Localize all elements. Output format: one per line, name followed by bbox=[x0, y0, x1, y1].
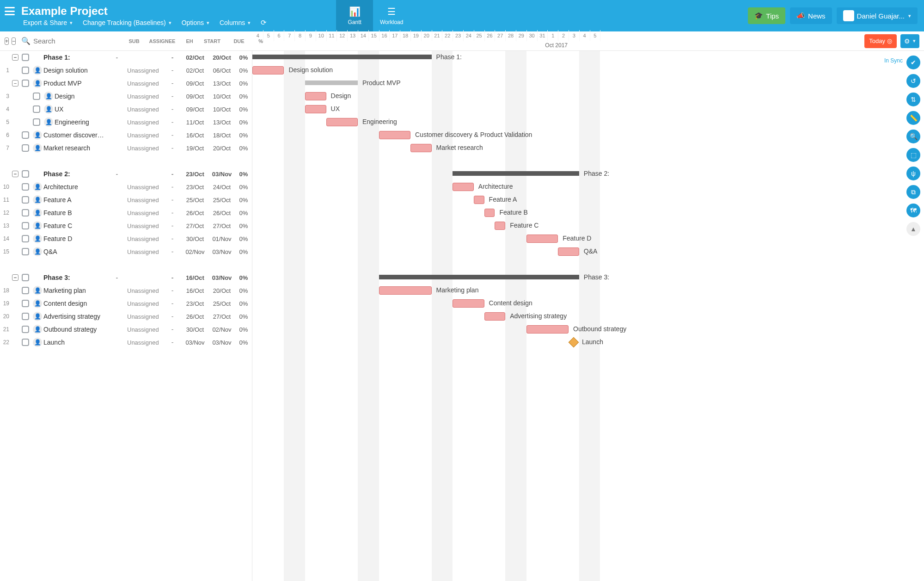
task-name[interactable]: Launch bbox=[43, 339, 107, 346]
task-name[interactable]: Architecture bbox=[43, 183, 107, 191]
task-name[interactable]: Phase 1: bbox=[43, 54, 107, 61]
task-checkbox[interactable] bbox=[22, 339, 29, 346]
task-bar[interactable] bbox=[326, 118, 358, 126]
assignee-icon[interactable]: 👤 bbox=[33, 234, 42, 243]
task-checkbox[interactable] bbox=[22, 131, 29, 139]
assignee-icon[interactable]: 👤 bbox=[44, 92, 53, 101]
check-icon[interactable]: ✔ bbox=[906, 56, 920, 69]
task-row[interactable]: 6👤Customer discovery & ...Unassigned-16/… bbox=[0, 129, 252, 142]
gantt-chart[interactable]: Phase 1:Design solutionProduct MVPDesign… bbox=[252, 51, 924, 581]
collapse-toggle[interactable]: − bbox=[12, 80, 18, 87]
user-menu[interactable]: Daniel Guajar... bbox=[837, 7, 918, 24]
task-row[interactable]: 4👤UXUnassigned-09/Oct10/Oct0% bbox=[0, 103, 252, 116]
export-share-menu[interactable]: Export & Share bbox=[23, 19, 73, 27]
task-name[interactable]: Outbound strategy bbox=[43, 326, 107, 333]
options-menu[interactable]: Options bbox=[182, 19, 209, 27]
task-bar[interactable] bbox=[526, 325, 569, 334]
collapse-all-button[interactable]: − bbox=[12, 37, 16, 45]
ruler-icon[interactable]: 📏 bbox=[906, 111, 920, 125]
zoom-icon[interactable]: 🔍 bbox=[906, 130, 920, 143]
task-bar[interactable] bbox=[484, 209, 495, 217]
task-name[interactable]: Design bbox=[55, 93, 107, 100]
task-name[interactable]: Product MVP bbox=[43, 80, 107, 87]
task-name[interactable]: Market research bbox=[43, 144, 107, 152]
task-name[interactable]: Q&A bbox=[43, 248, 107, 255]
task-name[interactable]: Engineering bbox=[55, 118, 107, 126]
task-bar[interactable] bbox=[484, 312, 506, 321]
assignee-icon[interactable]: 👤 bbox=[33, 130, 42, 140]
change-tracking-menu[interactable]: Change Tracking (Baselines) bbox=[83, 19, 171, 27]
summary-bar[interactable] bbox=[252, 55, 432, 59]
task-checkbox[interactable] bbox=[22, 170, 29, 178]
tab-gantt[interactable]: 📊Gantt bbox=[336, 0, 373, 31]
undo-icon[interactable]: ↺ bbox=[906, 74, 920, 88]
task-checkbox[interactable] bbox=[22, 67, 29, 74]
task-name[interactable]: Content design bbox=[43, 300, 107, 307]
task-row[interactable]: 21👤Outbound strategyUnassigned-30/Oct02/… bbox=[0, 323, 252, 336]
task-checkbox[interactable] bbox=[22, 287, 29, 294]
news-button[interactable]: 📣News bbox=[790, 7, 832, 24]
menu-icon[interactable] bbox=[5, 7, 15, 15]
collapse-toggle[interactable]: − bbox=[12, 171, 18, 177]
tab-workload[interactable]: ☰Workload bbox=[373, 0, 410, 31]
task-checkbox[interactable] bbox=[22, 54, 29, 61]
task-checkbox[interactable] bbox=[33, 118, 40, 126]
task-checkbox[interactable] bbox=[22, 274, 29, 281]
task-checkbox[interactable] bbox=[22, 144, 29, 152]
task-name[interactable]: Phase 2: bbox=[43, 170, 107, 178]
columns-menu[interactable]: Columns bbox=[220, 19, 251, 27]
task-row[interactable]: 7👤Market researchUnassigned-19/Oct20/Oct… bbox=[0, 142, 252, 155]
task-name[interactable]: Feature A bbox=[43, 196, 107, 204]
task-checkbox[interactable] bbox=[22, 196, 29, 204]
task-checkbox[interactable] bbox=[22, 209, 29, 216]
task-bar[interactable] bbox=[379, 131, 410, 139]
assignee-icon[interactable]: 👤 bbox=[33, 208, 42, 217]
task-row[interactable]: 10👤ArchitectureUnassigned-23/Oct24/Oct0% bbox=[0, 180, 252, 193]
branch-icon[interactable]: ψ bbox=[906, 167, 920, 180]
settings-button[interactable]: ⚙ bbox=[900, 34, 919, 48]
task-row[interactable]: 1👤Design solutionUnassigned-02/Oct06/Oct… bbox=[0, 64, 252, 77]
task-row[interactable]: 14👤Feature DUnassigned-30/Oct01/Nov0% bbox=[0, 232, 252, 245]
task-name[interactable]: Customer discovery & ... bbox=[43, 131, 107, 139]
task-checkbox[interactable] bbox=[22, 235, 29, 242]
task-checkbox[interactable] bbox=[33, 93, 40, 100]
task-name[interactable]: Feature B bbox=[43, 209, 107, 216]
assignee-icon[interactable]: 👤 bbox=[33, 221, 42, 230]
task-row[interactable]: 13👤Feature CUnassigned-27/Oct27/Oct0% bbox=[0, 219, 252, 232]
task-row[interactable]: 22👤LaunchUnassigned-03/Nov03/Nov0% bbox=[0, 336, 252, 349]
task-checkbox[interactable] bbox=[22, 248, 29, 255]
task-row[interactable]: 18👤Marketing planUnassigned-16/Oct20/Oct… bbox=[0, 284, 252, 297]
task-name[interactable]: Advertising strategy bbox=[43, 313, 107, 320]
task-bar[interactable] bbox=[305, 92, 326, 100]
assignee-icon[interactable]: 👤 bbox=[33, 79, 42, 88]
task-bar[interactable] bbox=[453, 299, 484, 308]
assignee-icon[interactable]: 👤 bbox=[33, 338, 42, 347]
phase-row[interactable]: −Phase 2:--23/Oct03/Nov0% bbox=[0, 167, 252, 180]
sort-icon[interactable]: ⇅ bbox=[906, 93, 920, 106]
task-checkbox[interactable] bbox=[22, 313, 29, 320]
milestone[interactable] bbox=[569, 337, 579, 348]
task-bar[interactable] bbox=[453, 183, 474, 191]
task-row[interactable]: −👤Product MVPUnassigned-09/Oct13/Oct0% bbox=[0, 77, 252, 90]
assignee-icon[interactable]: 👤 bbox=[33, 247, 42, 256]
task-bar[interactable] bbox=[379, 286, 432, 295]
summary-bar[interactable] bbox=[305, 80, 358, 85]
task-bar[interactable] bbox=[410, 144, 432, 152]
task-row[interactable]: 20👤Advertising strategyUnassigned-26/Oct… bbox=[0, 310, 252, 323]
assignee-icon[interactable]: 👤 bbox=[33, 286, 42, 295]
task-name[interactable]: Marketing plan bbox=[43, 287, 107, 294]
refresh-icon[interactable]: ⟳ bbox=[261, 19, 267, 27]
task-bar[interactable] bbox=[474, 196, 484, 204]
task-row[interactable]: 12👤Feature BUnassigned-26/Oct26/Oct0% bbox=[0, 206, 252, 219]
select-icon[interactable]: ⬚ bbox=[906, 148, 920, 162]
assignee-icon[interactable]: 👤 bbox=[44, 117, 53, 127]
assignee-icon[interactable]: 👤 bbox=[33, 195, 42, 204]
task-name[interactable]: Design solution bbox=[43, 67, 107, 74]
task-checkbox[interactable] bbox=[22, 222, 29, 229]
collapse-toggle[interactable]: − bbox=[12, 54, 18, 61]
assignee-icon[interactable]: 👤 bbox=[33, 325, 42, 334]
task-bar[interactable] bbox=[495, 222, 505, 230]
map-icon[interactable]: 🗺 bbox=[906, 204, 920, 217]
assignee-icon[interactable]: 👤 bbox=[44, 105, 53, 114]
task-row[interactable]: 11👤Feature AUnassigned-25/Oct25/Oct0% bbox=[0, 193, 252, 206]
